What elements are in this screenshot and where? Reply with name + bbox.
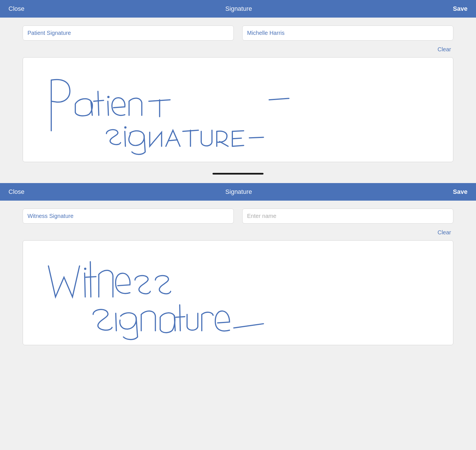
svg-point-2	[84, 268, 86, 270]
close-button-witness[interactable]: Close	[8, 186, 24, 198]
header-title-witness: Signature	[225, 188, 252, 196]
save-button-witness[interactable]: Save	[453, 188, 468, 196]
clear-button-patient[interactable]: Clear	[435, 45, 453, 54]
fields-row-witness	[23, 209, 453, 224]
signature-canvas-witness[interactable]	[23, 240, 453, 345]
name-field-witness[interactable]	[242, 209, 453, 224]
clear-button-witness[interactable]: Clear	[435, 228, 453, 237]
header-witness: Close Signature Save	[0, 183, 476, 201]
save-button-patient[interactable]: Save	[453, 5, 468, 12]
signature-drawing-witness	[23, 241, 453, 345]
divider-bar	[0, 168, 476, 177]
content-witness: Clear	[0, 201, 476, 351]
fields-row-patient	[23, 26, 453, 41]
signature-type-field-patient[interactable]	[23, 26, 234, 41]
signature-drawing-patient	[23, 58, 453, 162]
signature-canvas-patient[interactable]	[23, 57, 453, 162]
content-patient: Clear	[0, 18, 476, 168]
header-title-patient: Signature	[225, 5, 252, 12]
signature-type-field-witness[interactable]	[23, 209, 234, 224]
name-field-patient[interactable]	[242, 26, 453, 41]
close-button-patient[interactable]: Close	[8, 3, 24, 15]
svg-point-0	[107, 96, 110, 98]
panel-witness-signature: Close Signature Save Clear	[0, 183, 476, 356]
clear-row-patient: Clear	[23, 45, 453, 54]
panel-patient-signature: Close Signature Save Clear	[0, 0, 476, 183]
divider-pill	[212, 173, 264, 175]
header-patient: Close Signature Save	[0, 0, 476, 18]
svg-point-1	[124, 126, 127, 129]
clear-row-witness: Clear	[23, 228, 453, 237]
